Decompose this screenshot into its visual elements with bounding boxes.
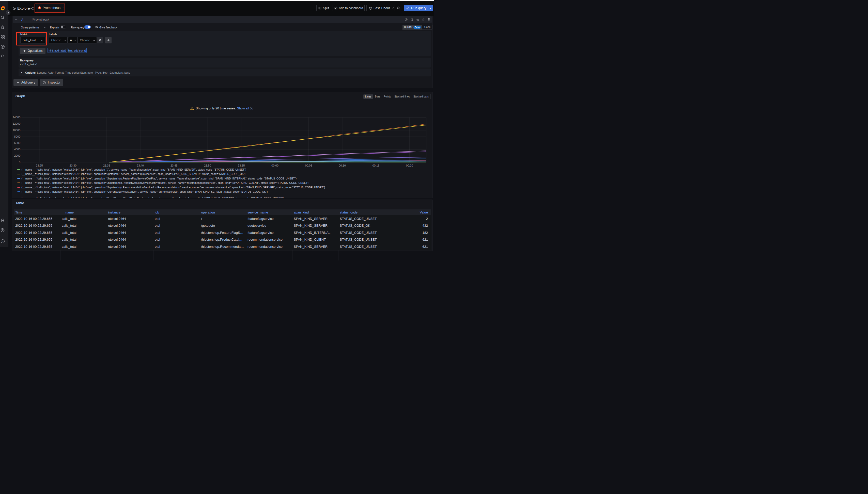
svg-text:?: ? [2, 240, 3, 243]
svg-text:?: ? [406, 19, 407, 21]
